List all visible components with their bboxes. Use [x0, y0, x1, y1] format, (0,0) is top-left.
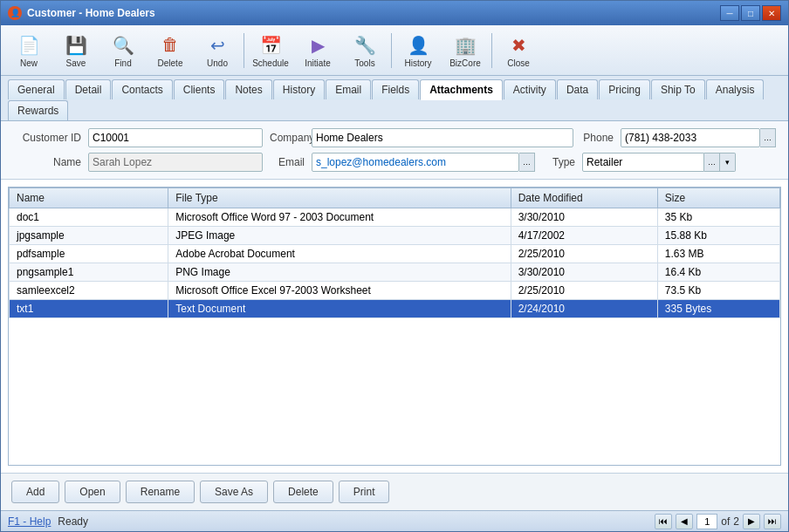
- attachments-table-container: Name File Type Date Modified Size doc1Mi…: [8, 187, 781, 466]
- cell-size-2: 1.63 MB: [657, 245, 779, 263]
- tab-activity[interactable]: Activity: [504, 79, 556, 99]
- page-of-label: of: [721, 515, 730, 528]
- type-label: Type: [542, 156, 575, 168]
- window-title: Customer - Home Dealers: [27, 7, 720, 19]
- nav-last-button[interactable]: ⏭: [764, 514, 781, 529]
- initiate-label: Initiate: [305, 58, 330, 68]
- tab-bar: General Detail Contacts Clients Notes Hi…: [1, 76, 788, 121]
- title-bar-buttons: ─ □ ✕: [720, 5, 781, 21]
- bizcore-icon: 🏢: [453, 33, 477, 58]
- toolbar-separator-3: [491, 33, 492, 68]
- name-field[interactable]: [88, 153, 263, 172]
- minimize-button[interactable]: ─: [720, 5, 739, 21]
- close-button[interactable]: ✖ Close: [496, 30, 541, 72]
- tab-email[interactable]: Email: [326, 79, 371, 99]
- table-row[interactable]: pdfsampleAdobe Acrobat Document2/25/2010…: [10, 245, 780, 263]
- maximize-button[interactable]: □: [741, 5, 760, 21]
- company-field[interactable]: [312, 128, 573, 147]
- find-icon: 🔍: [111, 33, 135, 58]
- history-button[interactable]: 👤 History: [395, 30, 441, 72]
- close-label: Close: [507, 58, 530, 68]
- type-dropdown-button[interactable]: ▾: [720, 153, 736, 172]
- cell-date-1: 4/17/2002: [511, 227, 657, 245]
- table-row[interactable]: samleexcel2Microsoft Office Excel 97-200…: [10, 282, 780, 300]
- tools-button[interactable]: 🔧 Tools: [342, 30, 388, 72]
- col-header-size: Size: [657, 188, 779, 208]
- schedule-button[interactable]: 📅 Schedule: [248, 30, 293, 72]
- delete-icon: 🗑: [158, 33, 182, 58]
- cell-name-3: pngsample1: [10, 263, 168, 282]
- status-left: F1 - Help Ready: [8, 515, 655, 528]
- phone-field[interactable]: [621, 128, 760, 147]
- form-row-2: Name Email … Type … ▾: [11, 153, 778, 172]
- tab-clients[interactable]: Clients: [174, 79, 225, 99]
- status-nav: ⏮ ◀ of 2 ▶ ⏭: [655, 514, 781, 529]
- table-row[interactable]: txt1Text Document2/24/2010335 Bytes: [10, 300, 780, 318]
- close-window-button[interactable]: ✕: [762, 5, 781, 21]
- find-label: Find: [114, 58, 131, 68]
- type-expand-button[interactable]: …: [704, 153, 720, 172]
- new-button[interactable]: 📄 New: [6, 30, 51, 72]
- type-field[interactable]: [582, 153, 704, 172]
- col-header-name: Name: [10, 188, 168, 208]
- page-current-input[interactable]: [696, 514, 717, 529]
- bizcore-button[interactable]: 🏢 BizCore: [443, 30, 488, 72]
- customer-id-field[interactable]: [88, 128, 263, 147]
- table-row[interactable]: pngsample1PNG Image3/30/201016.4 Kb: [10, 263, 780, 282]
- tab-pricing[interactable]: Pricing: [599, 79, 650, 99]
- phone-expand-button[interactable]: …: [760, 128, 776, 147]
- initiate-button[interactable]: ▶ Initiate: [295, 30, 340, 72]
- cell-size-0: 35 Kb: [657, 208, 779, 227]
- email-field[interactable]: [312, 153, 519, 172]
- open-button[interactable]: Open: [65, 481, 120, 503]
- tab-attachments[interactable]: Attachments: [420, 79, 503, 100]
- delete-label: Delete: [158, 58, 183, 68]
- title-bar: 👤 Customer - Home Dealers ─ □ ✕: [1, 1, 788, 25]
- undo-button[interactable]: ↩ Undo: [195, 30, 240, 72]
- tools-label: Tools: [354, 58, 374, 68]
- help-link[interactable]: F1 - Help: [8, 515, 51, 528]
- nav-prev-button[interactable]: ◀: [676, 514, 693, 529]
- nav-first-button[interactable]: ⏮: [655, 514, 672, 529]
- col-header-date: Date Modified: [511, 188, 657, 208]
- main-content: Customer ID Company Phone … Name Email: [1, 121, 788, 510]
- cell-filetype-0: Microsoft Office Word 97 - 2003 Document: [168, 208, 511, 227]
- tab-shipto[interactable]: Ship To: [651, 79, 705, 99]
- rename-button[interactable]: Rename: [126, 481, 195, 503]
- main-window: 👤 Customer - Home Dealers ─ □ ✕ 📄 New 💾 …: [0, 0, 789, 532]
- save-button[interactable]: 💾 Save: [53, 30, 99, 72]
- save-as-button[interactable]: Save As: [200, 481, 268, 503]
- cell-size-4: 73.5 Kb: [657, 282, 779, 300]
- delete-attachment-button[interactable]: Delete: [273, 481, 333, 503]
- tab-contacts[interactable]: Contacts: [112, 79, 172, 99]
- undo-icon: ↩: [205, 33, 230, 58]
- history-label: History: [404, 58, 431, 68]
- tab-history[interactable]: History: [273, 79, 325, 99]
- tab-notes[interactable]: Notes: [225, 79, 271, 99]
- find-button[interactable]: 🔍 Find: [100, 30, 146, 72]
- history-icon: 👤: [406, 33, 430, 58]
- save-icon: 💾: [64, 33, 88, 58]
- nav-next-button[interactable]: ▶: [743, 514, 760, 529]
- print-button[interactable]: Print: [339, 481, 390, 503]
- toolbar-separator-2: [391, 33, 392, 68]
- tab-fields[interactable]: Fields: [372, 79, 419, 99]
- tab-general[interactable]: General: [8, 79, 65, 99]
- window-icon: 👤: [8, 6, 22, 20]
- tab-detail[interactable]: Detail: [65, 79, 112, 99]
- tab-data[interactable]: Data: [557, 79, 598, 99]
- table-row[interactable]: doc1Microsoft Office Word 97 - 2003 Docu…: [10, 208, 780, 227]
- add-attachment-button[interactable]: Add: [11, 481, 59, 503]
- cell-filetype-2: Adobe Acrobat Document: [168, 245, 511, 263]
- delete-button[interactable]: 🗑 Delete: [148, 30, 193, 72]
- bizcore-label: BizCore: [449, 58, 481, 68]
- tab-analysis[interactable]: Analysis: [706, 79, 765, 99]
- cell-size-1: 15.88 Kb: [657, 227, 779, 245]
- email-expand-button[interactable]: …: [519, 153, 535, 172]
- type-field-wrapper: … ▾: [582, 153, 736, 172]
- cell-filetype-1: JPEG Image: [168, 227, 511, 245]
- name-label: Name: [11, 156, 81, 168]
- cell-filetype-3: PNG Image: [168, 263, 511, 282]
- tab-rewards[interactable]: Rewards: [8, 100, 68, 120]
- table-row[interactable]: jpgsampleJPEG Image4/17/200215.88 Kb: [10, 227, 780, 245]
